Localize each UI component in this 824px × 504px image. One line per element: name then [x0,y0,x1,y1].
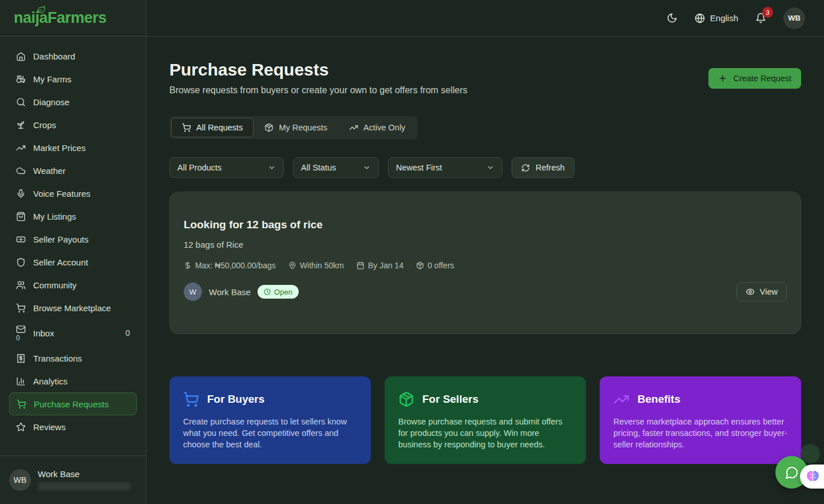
buyer-name: Work Base [209,287,251,297]
tab-all-requests[interactable]: All Requests [171,118,253,137]
chevron-down-icon [486,164,494,172]
trending-up-icon [613,391,629,407]
sidebar-item-voice-features[interactable]: Voice Features [9,182,137,205]
sidebar-user[interactable]: WB Work Base [0,456,146,504]
for-buyers-title: For Buyers [207,393,264,406]
sidebar-item-label: Purchase Requests [34,399,109,409]
tab-list: All Requests My Requests Active Only [169,116,418,139]
language-button[interactable]: English [695,13,738,23]
distance-value: Within 50km [300,261,344,270]
bar-chart-icon [16,376,26,386]
map-pin-icon [288,261,296,269]
user-menu-button[interactable]: WB [783,7,805,29]
request-card: Looking for 12 bags of rice 12 bags of R… [169,192,801,334]
trending-up-icon [349,123,358,132]
for-buyers-text: Create purchase requests to let sellers … [183,416,357,450]
refresh-button[interactable]: Refresh [512,157,575,178]
globe-icon [695,13,705,23]
package-icon [264,123,274,132]
benefits-header: Benefits [613,391,787,407]
sidebar-item-label: Voice Features [33,189,90,199]
status-filter-select[interactable]: All Status [293,157,379,178]
view-request-button[interactable]: View [736,282,787,301]
language-label: English [710,13,738,23]
request-author-row: W Work Base Open View [184,283,787,301]
status-filter-value: All Status [301,163,336,172]
create-request-button[interactable]: Create Request [708,68,801,89]
inbox-icon-sub-count: 0 [16,335,20,342]
header-avatar-initials: WB [788,14,801,22]
user-email-redacted [38,482,130,491]
sort-select[interactable]: Newest First [388,157,502,178]
chevron-down-icon [363,164,371,172]
tractor-icon [16,74,26,84]
users-icon [16,280,26,290]
request-max-price: Max: ₦50,000.00/bags [184,261,276,270]
sidebar-item-label: Analytics [33,376,68,386]
package-icon [398,391,414,407]
sidebar-item-label: Weather [33,166,65,176]
receipt-icon [16,354,26,363]
browser-extension-button[interactable] [800,465,824,489]
sidebar-item-weather[interactable]: Weather [9,159,137,182]
clock-icon [264,288,271,295]
user-name: Work Base [38,469,130,479]
sidebar-nav: Dashboard My Farms Diagnose Crops Market… [0,37,146,455]
sidebar-item-label: My Farms [33,74,72,84]
product-filter-select[interactable]: All Products [169,157,284,178]
sidebar-item-label: Crops [33,120,56,130]
sidebar-item-inbox[interactable]: 0 Inbox 0 [9,319,137,347]
sidebar-item-crops[interactable]: Crops [9,113,137,136]
shopping-cart-icon [17,399,26,409]
deadline-value: By Jan 14 [368,261,403,270]
sidebar-item-reviews[interactable]: Reviews [9,415,137,438]
sidebar-item-market-prices[interactable]: Market Prices [9,136,137,159]
request-deadline: By Jan 14 [356,261,403,270]
sidebar-item-seller-payouts[interactable]: Seller Payouts [9,228,137,251]
sidebar-item-transactions[interactable]: Transactions [9,347,137,370]
buyer-avatar-initial: W [189,288,196,296]
eye-icon [746,287,755,296]
request-meta-row: Max: ₦50,000.00/bags Within 50km By Jan … [184,261,787,270]
page-header: Purchase Requests Browse requests from b… [169,59,801,96]
request-distance: Within 50km [288,261,344,270]
shopping-cart-icon [183,391,199,407]
sidebar-item-seller-account[interactable]: Seller Account [9,251,137,273]
tab-label: Active Only [363,123,405,132]
home-icon [16,51,26,61]
search-icon [16,97,26,107]
tab-my-requests[interactable]: My Requests [253,118,338,137]
theme-toggle-button[interactable] [664,10,680,26]
for-buyers-card: For Buyers Create purchase requests to l… [169,376,371,464]
sidebar-item-label: Transactions [33,354,82,363]
refresh-label: Refresh [536,163,565,172]
chevron-down-icon [268,164,276,172]
sidebar-item-community[interactable]: Community [9,273,137,296]
user-avatar-initials: WB [14,475,27,485]
sidebar-item-label: My Listings [33,212,76,221]
refresh-icon [521,164,530,172]
max-price-value: Max: ₦50,000.00/bags [195,261,276,270]
calendar-icon [356,261,365,269]
create-request-label: Create Request [733,74,791,83]
sidebar-item-label: Inbox [33,328,54,338]
mail-icon-wrap: 0 [16,324,26,342]
leaf-icon [36,5,46,15]
mail-icon [16,324,26,334]
sidebar-item-purchase-requests[interactable]: Purchase Requests [9,392,137,415]
sidebar-item-dashboard[interactable]: Dashboard [9,45,137,68]
app-root: naijaFarmers Dashboard My Farms Diagnose… [0,0,824,504]
logo[interactable]: naijaFarmers [0,0,146,37]
sidebar-item-browse-marketplace[interactable]: Browse Marketplace [9,296,137,319]
inbox-count-badge: 0 [125,328,130,338]
tab-active-only[interactable]: Active Only [338,118,416,137]
logo-text: naijaFarmers [14,9,106,27]
sidebar-item-label: Dashboard [33,51,75,61]
notifications-button[interactable]: 3 [753,10,768,26]
sidebar-item-my-farms[interactable]: My Farms [9,68,137,90]
sidebar-item-diagnose[interactable]: Diagnose [9,90,137,113]
sidebar-item-my-listings[interactable]: My Listings [9,205,137,228]
main-content: Purchase Requests Browse requests from b… [146,37,824,504]
sidebar-item-analytics[interactable]: Analytics [9,370,137,392]
notification-count-badge: 3 [762,7,773,18]
